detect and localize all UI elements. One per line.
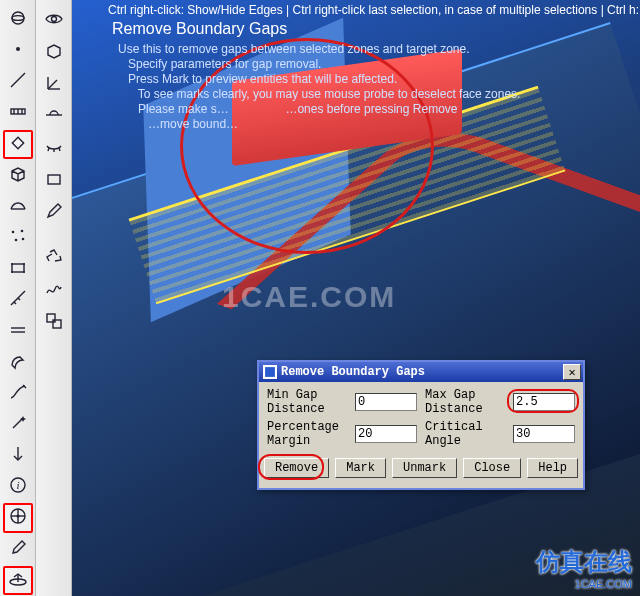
dot-button[interactable]	[3, 36, 33, 65]
help-line: To see marks clearly, you may use mouse …	[118, 87, 520, 102]
compass-icon	[8, 506, 28, 529]
help-title: Remove Boundary Gaps	[112, 20, 287, 38]
svg-point-9	[11, 231, 14, 234]
dot-icon	[8, 39, 28, 62]
viewport-3d[interactable]: Ctrl right-click: Show/Hide Edges | Ctrl…	[72, 0, 640, 596]
critical-angle-input[interactable]	[513, 425, 575, 443]
horizon-icon	[44, 105, 64, 128]
surface-icon	[8, 195, 28, 218]
ruler-button[interactable]	[3, 98, 33, 127]
recycle-icon	[44, 247, 64, 270]
svg-point-14	[11, 263, 13, 265]
horizon-button[interactable]	[39, 101, 69, 131]
line-button[interactable]	[3, 67, 33, 96]
help-line: Specify parameters for gap removal.	[118, 57, 520, 72]
fan-icon-icon	[8, 569, 28, 592]
points-group-icon	[8, 226, 28, 249]
close-button[interactable]: Close	[463, 458, 521, 478]
svg-rect-13	[12, 264, 24, 272]
info-icon: i	[8, 475, 28, 498]
svg-rect-44	[53, 320, 61, 328]
dialog-close-button[interactable]: ✕	[563, 364, 581, 380]
curve-axis-button[interactable]	[3, 379, 33, 408]
squiggle-icon	[44, 279, 64, 302]
min-gap-input[interactable]	[355, 393, 417, 411]
hint-bar: Ctrl right-click: Show/Hide Edges | Ctrl…	[108, 2, 640, 18]
dialog-titlebar[interactable]: Remove Boundary Gaps ✕	[259, 362, 583, 382]
squiggle-button[interactable]	[39, 275, 69, 305]
left-toolbar-1: i	[0, 0, 36, 596]
eyedropper-button[interactable]	[3, 535, 33, 564]
footer-url: 1CAE.COM	[536, 578, 632, 590]
critical-angle-label: Critical Angle	[425, 420, 513, 448]
svg-point-2	[16, 47, 20, 51]
svg-point-10	[20, 230, 23, 233]
max-gap-label: Max Gap Distance	[425, 388, 513, 416]
annotation-remove-btn	[258, 454, 324, 480]
svg-line-37	[48, 80, 57, 89]
help-button[interactable]: Help	[527, 458, 578, 478]
surface-button[interactable]	[3, 192, 33, 221]
svg-point-12	[21, 238, 24, 241]
eye-shape-button[interactable]	[39, 5, 69, 35]
svg-line-19	[14, 302, 16, 304]
svg-point-1	[12, 16, 24, 21]
ruler-icon	[8, 101, 28, 124]
sphere-button[interactable]	[3, 5, 33, 34]
arrow-down-button[interactable]	[3, 441, 33, 470]
eye-shape-icon	[44, 9, 64, 32]
rect-icon	[44, 169, 64, 192]
pipe-button[interactable]	[3, 348, 33, 377]
svg-point-0	[12, 12, 24, 24]
dialog-body: Min Gap Distance Max Gap Distance Percen…	[259, 382, 583, 488]
dialog-title: Remove Boundary Gaps	[281, 365, 425, 379]
wand-icon	[8, 413, 28, 436]
cube-button[interactable]	[3, 161, 33, 190]
ruler-z-button[interactable]	[3, 285, 33, 314]
svg-point-15	[23, 263, 25, 265]
pencil-icon	[44, 201, 64, 224]
diamond-icon	[8, 133, 28, 156]
fan-icon-button[interactable]	[3, 566, 33, 595]
pct-margin-input[interactable]	[355, 425, 417, 443]
cube-hollow-button[interactable]	[39, 37, 69, 67]
info-button[interactable]: i	[3, 472, 33, 501]
recycle-button[interactable]	[39, 243, 69, 273]
svg-point-31	[16, 515, 19, 518]
dialog-app-icon	[263, 365, 277, 379]
help-body: Use this to remove gaps between selected…	[118, 42, 520, 132]
svg-line-39	[48, 148, 49, 151]
rect-button[interactable]	[39, 165, 69, 195]
svg-rect-43	[47, 314, 55, 322]
bbox-icon	[8, 257, 28, 280]
watermark: 1CAE.COM	[222, 280, 396, 314]
pipe-icon	[8, 351, 28, 374]
scale-button[interactable]	[39, 307, 69, 337]
bbox-button[interactable]	[3, 254, 33, 283]
axis-tool-icon	[44, 73, 64, 96]
unmark-button[interactable]: Unmark	[392, 458, 457, 478]
svg-point-34	[51, 16, 56, 21]
svg-rect-45	[264, 366, 275, 377]
svg-line-20	[18, 298, 20, 300]
diamond-button[interactable]	[3, 130, 33, 159]
remove-boundary-gaps-dialog: Remove Boundary Gaps ✕ Min Gap Distance …	[257, 360, 585, 490]
pencil-button[interactable]	[39, 197, 69, 227]
eye-lash-icon	[44, 137, 64, 160]
cube-icon	[8, 164, 28, 187]
svg-line-3	[11, 73, 25, 87]
axis-tool-button[interactable]	[39, 69, 69, 99]
points-group-button[interactable]	[3, 223, 33, 252]
double-line-icon	[8, 320, 28, 343]
double-line-button[interactable]	[3, 317, 33, 346]
svg-rect-42	[48, 175, 60, 184]
wand-button[interactable]	[3, 410, 33, 439]
compass-button[interactable]	[3, 503, 33, 532]
eye-lash-button[interactable]	[39, 133, 69, 163]
dialog-button-row: Remove Mark Unmark Close Help	[267, 458, 575, 478]
svg-point-16	[11, 271, 13, 273]
mark-button[interactable]: Mark	[335, 458, 386, 478]
pct-margin-label: Percentage Margin	[267, 420, 355, 448]
sphere-icon	[8, 8, 28, 31]
svg-line-41	[59, 148, 60, 151]
